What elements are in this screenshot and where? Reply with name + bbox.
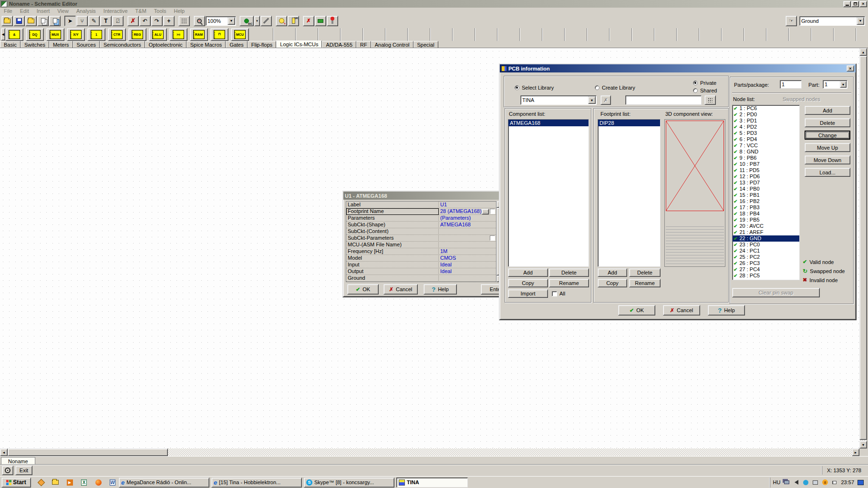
component-tab[interactable]: Optoelectronic [145,41,186,48]
component-tab[interactable]: Sources [73,41,100,48]
node-listbox[interactable]: ✔ 1 : PC6 ✔ 2 : PD0 ✔ 3 : PD1 ✔ 4 : PD2 [732,105,800,280]
property-checkbox[interactable] [490,235,495,241]
component-tab[interactable]: Basic [0,41,21,48]
menu-item[interactable]: Analysis [72,8,100,14]
clear-pin-swap-button[interactable]: Clear pin swap [732,288,820,297]
probe-tool-button[interactable] [260,16,272,26]
ok-button[interactable]: ✔OK [618,305,655,315]
component-tab[interactable]: AD/DA-555 [322,41,356,48]
dialog-title-bar[interactable]: PCB information × [500,64,856,72]
vertical-scroll-thumb[interactable] [859,56,867,440]
horizontal-scrollbar[interactable]: ◄ ► [0,448,859,456]
analysis-button[interactable] [276,16,287,26]
document-tab[interactable]: Noname [1,457,35,465]
scroll-left-icon[interactable]: ◄ [0,448,8,456]
text-tool-button[interactable]: T [100,16,112,26]
node-row[interactable]: ✔ 26 : PC3 [733,260,799,266]
component-button[interactable]: RAM [190,28,208,41]
component-button[interactable]: MCU [231,28,249,41]
property-value[interactable]: 1M [439,248,496,255]
component-tab[interactable]: Logic ICs-MCUs [276,41,322,48]
node-action-button[interactable]: Change [805,131,850,140]
menu-item[interactable]: View [53,8,72,14]
component-button[interactable]: >= [169,28,187,41]
select-tool-button[interactable]: ➤ [64,16,76,26]
node-row[interactable]: ✔ 3 : PD1 [733,118,799,124]
filter-input[interactable] [625,95,702,105]
scroll-right-icon[interactable]: ► [852,448,859,456]
property-row[interactable]: Footprint Name 28 (ATMEGA168) … [346,208,496,215]
zoom-button[interactable]: + [194,16,205,26]
component-tab[interactable]: Spice Macros [186,41,226,48]
component-copy-button[interactable]: Copy [508,279,548,287]
select-ground-button[interactable]: ☞ [785,16,797,26]
property-row[interactable]: MCU-(ASM File Name) [346,242,496,248]
new-library-button[interactable] [704,95,716,105]
node-action-button[interactable]: Move Down [805,155,850,164]
property-value[interactable]: 28 (ATMEGA168) [439,208,482,215]
language-indicator[interactable]: HU [773,479,781,485]
property-row[interactable]: Ground [346,275,496,282]
chevron-down-icon[interactable]: ▼ [588,96,596,104]
component-add-button[interactable]: Add [508,268,548,277]
component-button[interactable]: 1 [87,28,105,41]
component-button[interactable]: ⊓ [210,28,228,41]
dc-dropdown-button[interactable]: ▼ [254,16,260,26]
component-button[interactable]: DQ [26,28,44,41]
all-checkbox[interactable]: All [552,291,565,296]
taskbar-task-tina[interactable]: TINA [396,478,468,488]
help-button[interactable]: ?Help [424,284,457,295]
property-row[interactable]: Input Ideal [346,262,496,268]
node-action-button[interactable]: Load... [805,168,850,177]
component-tab[interactable]: Special [413,41,438,48]
node-row[interactable]: ✔ 2 : PD0 [733,112,799,118]
menu-item[interactable]: T&M [132,8,150,14]
property-row[interactable]: Frequency [Hz] 1M [346,248,496,255]
antivirus-icon[interactable]: 8 [822,479,828,486]
ground-combobox[interactable]: Ground ▼ [799,16,865,26]
close-button[interactable]: × [859,1,867,7]
component-button[interactable]: REG [128,28,146,41]
component-button[interactable]: CTR [108,28,126,41]
property-row[interactable]: Label U1 [346,202,496,208]
wire-tool-button[interactable]: ⑂ [76,16,88,26]
move-button[interactable]: + [163,16,175,26]
taskbar-task-tina-forum[interactable]: e [15] Tina - Hobbielektron... [211,478,302,488]
footprint-delete-button[interactable]: Delete [629,268,661,277]
node-row[interactable]: ✔ 6 : PD4 [733,136,799,142]
node-action-button[interactable]: Add [805,106,850,115]
menu-item[interactable]: Tools [150,8,170,14]
network-icon[interactable] [784,479,790,486]
footprint-listbox[interactable]: DIP28 [598,119,661,267]
minimize-button[interactable] [843,1,851,7]
node-row[interactable]: ✔ 15 : PB1 [733,192,799,198]
footprint-rename-button[interactable]: Rename [629,279,661,287]
component-tab[interactable]: Flip-flops [248,41,277,48]
node-row[interactable]: ✔ 20 : AVCC [733,223,799,229]
property-value[interactable]: CMOS [439,255,496,262]
property-value[interactable]: (Parameters) [439,215,496,222]
node-row[interactable]: ✔ 13 : PD7 [733,180,799,186]
delete-library-button[interactable]: ✗ [600,95,611,105]
property-value[interactable]: ATMEGA168 [439,222,496,228]
menu-item[interactable]: File [0,8,16,14]
property-row[interactable]: SubCkt-(Content) [346,228,496,235]
restore-button[interactable] [851,1,859,7]
sound-button[interactable] [2,466,13,475]
node-row[interactable]: ✔ 9 : PB6 [733,155,799,161]
display-icon[interactable] [858,479,864,486]
pencil-tool-button[interactable]: ✎ [88,16,100,26]
node-row[interactable]: ✔ 21 : AREF [733,229,799,235]
component-tab[interactable]: Switches [21,41,49,48]
help-button[interactable]: ?Help [708,305,745,315]
node-row[interactable]: ✔ 28 : PC5 [733,273,799,279]
property-value[interactable] [439,242,496,248]
component-import-button[interactable]: Import [508,289,548,298]
horizontal-scroll-thumb[interactable] [8,448,168,456]
scroll-up-icon[interactable]: ▲ [859,48,867,56]
component-delete-button[interactable]: Delete [549,268,589,277]
copy-button[interactable] [37,16,49,26]
chevron-down-icon[interactable]: ▼ [857,17,864,25]
node-row[interactable]: ✔ 1 : PC6 [733,105,799,112]
node-row[interactable]: ✔ 16 : PB2 [733,198,799,204]
